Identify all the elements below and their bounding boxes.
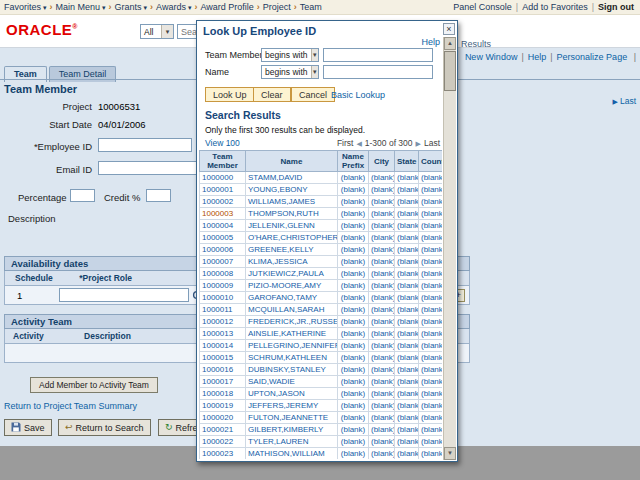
employee-id-link[interactable]: 1000013 <box>202 329 233 338</box>
name-prefix-link[interactable]: (blank) <box>341 329 365 338</box>
next-page-icon[interactable]: ▶ <box>416 140 421 147</box>
breadcrumb-link[interactable]: Main Menu <box>56 2 101 12</box>
country-link[interactable]: (blank) <box>421 209 442 218</box>
employee-name-link[interactable]: JUTKIEWICZ,PAULA <box>248 269 324 278</box>
employee-id-link[interactable]: 1000006 <box>202 245 233 254</box>
state-link[interactable]: (blank) <box>397 209 419 218</box>
scroll-down-icon[interactable]: ▼ <box>444 447 456 460</box>
employee-id-link[interactable]: 1000016 <box>202 365 233 374</box>
name-prefix-link[interactable]: (blank) <box>341 413 365 422</box>
state-link[interactable]: (blank) <box>397 401 419 410</box>
breadcrumb-link[interactable]: Favorites <box>4 2 41 12</box>
employee-id-link[interactable]: 1000014 <box>202 341 233 350</box>
name-operator-select[interactable]: begins with ▾ <box>261 65 319 79</box>
city-link[interactable]: (blank) <box>371 317 395 326</box>
breadcrumb-link[interactable]: Team <box>300 2 322 12</box>
country-link[interactable]: (blank) <box>421 329 442 338</box>
close-icon[interactable]: × <box>443 23 455 35</box>
save-button[interactable]: Save <box>4 419 52 436</box>
state-link[interactable]: (blank) <box>397 317 419 326</box>
employee-name-link[interactable]: SAID,WADIE <box>248 377 295 386</box>
employee-id-link[interactable]: 1000003 <box>202 209 233 218</box>
scroll-up-icon[interactable]: ▲ <box>444 37 456 50</box>
grid-last-link[interactable]: Last <box>620 96 636 106</box>
city-link[interactable]: (blank) <box>371 389 395 398</box>
breadcrumb-item[interactable]: ›Team▾ <box>291 2 322 12</box>
city-link[interactable]: (blank) <box>371 233 395 242</box>
employee-id-link[interactable]: 1000020 <box>202 413 233 422</box>
scrollbar-thumb[interactable] <box>444 51 456 91</box>
modal-scrollbar[interactable]: ▲ ▼ <box>443 37 456 460</box>
name-prefix-link[interactable]: (blank) <box>341 281 365 290</box>
city-link[interactable]: (blank) <box>371 329 395 338</box>
state-link[interactable]: (blank) <box>397 413 419 422</box>
employee-id-link[interactable]: 1000023 <box>202 449 233 458</box>
top-link[interactable]: Sign out <box>598 2 634 12</box>
name-prefix-link[interactable]: (blank) <box>341 437 365 446</box>
city-link[interactable]: (blank) <box>371 353 395 362</box>
employee-name-link[interactable]: O'HARE,CHRISTOPHER <box>248 233 338 242</box>
employee-id-link[interactable]: 1000001 <box>202 185 233 194</box>
country-link[interactable]: (blank) <box>421 341 442 350</box>
state-link[interactable]: (blank) <box>397 269 419 278</box>
city-link[interactable]: (blank) <box>371 305 395 314</box>
state-link[interactable]: (blank) <box>397 449 419 458</box>
name-prefix-link[interactable]: (blank) <box>341 233 365 242</box>
name-prefix-link[interactable]: (blank) <box>341 269 365 278</box>
credit-field[interactable] <box>146 189 171 202</box>
percentage-field[interactable] <box>70 189 95 202</box>
country-link[interactable]: (blank) <box>421 185 442 194</box>
city-link[interactable]: (blank) <box>371 413 395 422</box>
city-link[interactable]: (blank) <box>371 245 395 254</box>
name-prefix-link[interactable]: (blank) <box>341 173 365 182</box>
city-link[interactable]: (blank) <box>371 281 395 290</box>
page-link-item[interactable]: |Personalize Page <box>546 52 627 62</box>
employee-id-link[interactable]: 1000009 <box>202 281 233 290</box>
employee-id-link[interactable]: 1000000 <box>202 173 233 182</box>
country-link[interactable]: (blank) <box>421 233 442 242</box>
employee-id-link[interactable]: 1000021 <box>202 425 233 434</box>
state-link[interactable]: (blank) <box>397 293 419 302</box>
country-link[interactable]: (blank) <box>421 377 442 386</box>
state-link[interactable]: (blank) <box>397 197 419 206</box>
employee-id-link[interactable]: 1000015 <box>202 353 233 362</box>
name-prefix-link[interactable]: (blank) <box>341 293 365 302</box>
employee-id-link[interactable]: 1000019 <box>202 401 233 410</box>
country-link[interactable]: (blank) <box>421 197 442 206</box>
page-link[interactable]: New Window <box>465 52 518 62</box>
breadcrumb-link[interactable]: Award Profile <box>200 2 253 12</box>
name-prefix-link[interactable]: (blank) <box>341 257 365 266</box>
country-link[interactable]: (blank) <box>421 437 442 446</box>
employee-name-link[interactable]: GAROFANO,TAMY <box>248 293 317 302</box>
country-link[interactable]: (blank) <box>421 173 442 182</box>
employee-name-link[interactable]: FULTON,JEANNETTE <box>248 413 328 422</box>
page-link-item[interactable]: |New Window <box>465 52 518 62</box>
city-link[interactable]: (blank) <box>371 257 395 266</box>
city-link[interactable]: (blank) <box>371 449 395 458</box>
return-to-search-button[interactable]: ↩ Return to Search <box>58 419 151 436</box>
employee-id-link[interactable]: 1000022 <box>202 437 233 446</box>
employee-id-link[interactable]: 1000017 <box>202 377 233 386</box>
employee-id-link[interactable]: 1000005 <box>202 233 233 242</box>
name-prefix-link[interactable]: (blank) <box>341 365 365 374</box>
city-link[interactable]: (blank) <box>371 209 395 218</box>
country-link[interactable]: (blank) <box>421 413 442 422</box>
breadcrumb-link[interactable]: Grants <box>115 2 142 12</box>
breadcrumb-item[interactable]: ›Favorites▾ <box>4 2 47 12</box>
employee-name-link[interactable]: YOUNG,EBONY <box>248 185 308 194</box>
employee-id-link[interactable]: 1000008 <box>202 269 233 278</box>
name-search-input[interactable] <box>323 65 433 79</box>
country-link[interactable]: (blank) <box>421 245 442 254</box>
state-link[interactable]: (blank) <box>397 173 419 182</box>
city-link[interactable]: (blank) <box>371 425 395 434</box>
city-link[interactable]: (blank) <box>371 365 395 374</box>
state-link[interactable]: (blank) <box>397 437 419 446</box>
state-link[interactable]: (blank) <box>397 341 419 350</box>
top-link[interactable]: Panel Console <box>453 2 512 12</box>
employee-name-link[interactable]: UPTON,JASON <box>248 389 305 398</box>
country-link[interactable]: (blank) <box>421 449 442 458</box>
employee-id-field[interactable] <box>98 138 192 152</box>
employee-name-link[interactable]: KLIMA,JESSICA <box>248 257 308 266</box>
employee-name-link[interactable]: MATHISON,WILLIAM <box>248 449 325 458</box>
employee-id-link[interactable]: 1000011 <box>202 305 233 314</box>
